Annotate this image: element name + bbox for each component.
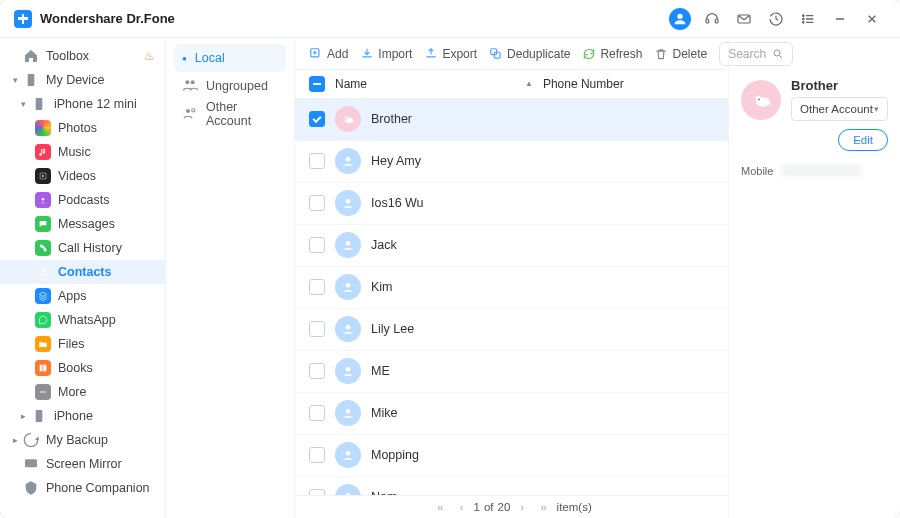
pager-prev[interactable]: ‹ xyxy=(454,501,470,513)
table-row[interactable]: Mopping xyxy=(295,435,728,477)
bullet-icon: ● xyxy=(182,54,187,63)
table-row[interactable]: Ios16 Wu xyxy=(295,183,728,225)
sidebar-item-music[interactable]: Music xyxy=(0,140,165,164)
select-all-checkbox[interactable] xyxy=(309,76,325,92)
sidebar-item-books[interactable]: Books xyxy=(0,356,165,380)
detail-mobile-label: Mobile xyxy=(741,165,773,177)
category-item-local[interactable]: ● Local xyxy=(174,44,286,72)
svg-point-44 xyxy=(756,95,761,100)
svg-point-36 xyxy=(346,241,351,246)
pager-next[interactable]: › xyxy=(514,501,530,513)
avatar-icon xyxy=(335,442,361,468)
sidebar-item-label: Music xyxy=(58,140,91,164)
sidebar-item-whatsapp[interactable]: WhatsApp xyxy=(0,308,165,332)
row-name: Brother xyxy=(371,112,525,126)
avatar-icon xyxy=(335,148,361,174)
sidebar-item-my-device[interactable]: ▾ My Device xyxy=(0,68,165,92)
sidebar-item-label: Toolbox xyxy=(46,44,89,68)
deduplicate-button[interactable]: Deduplicate xyxy=(485,42,574,66)
table-row[interactable]: Jack xyxy=(295,225,728,267)
sidebar-item-call-history[interactable]: Call History xyxy=(0,236,165,260)
minimize-icon xyxy=(832,11,848,27)
sidebar-item-files[interactable]: Files xyxy=(0,332,165,356)
row-checkbox[interactable] xyxy=(309,195,325,211)
svg-point-5 xyxy=(803,18,804,19)
sidebar-item-screen-mirror[interactable]: Screen Mirror xyxy=(0,452,165,476)
pager-last[interactable]: » xyxy=(534,501,552,513)
column-header-name[interactable]: Name xyxy=(335,77,367,91)
sidebar-item-label: My Device xyxy=(46,68,104,92)
detail-mobile-field: Mobile xyxy=(741,165,888,177)
sidebar-item-my-backup[interactable]: ▸ My Backup xyxy=(0,428,165,452)
row-checkbox[interactable] xyxy=(309,447,325,463)
toolbar-label: Export xyxy=(442,47,477,61)
svg-point-32 xyxy=(345,116,348,119)
sidebar-item-videos[interactable]: Videos xyxy=(0,164,165,188)
messages-icon xyxy=(34,215,52,233)
minimize-button[interactable] xyxy=(826,5,854,33)
svg-point-23 xyxy=(191,80,195,84)
support-button[interactable] xyxy=(698,5,726,33)
sidebar-item-phone-companion[interactable]: Phone Companion xyxy=(0,476,165,500)
sidebar-item-apps[interactable]: Apps xyxy=(0,284,165,308)
sidebar-item-label: Videos xyxy=(58,164,96,188)
svg-point-41 xyxy=(346,451,351,456)
category-item-other-account[interactable]: Other Account xyxy=(174,100,286,128)
sidebar-item-messages[interactable]: Messages xyxy=(0,212,165,236)
sidebar-item-podcasts[interactable]: Podcasts xyxy=(0,188,165,212)
table-row[interactable]: Nom xyxy=(295,477,728,496)
sidebar-item-toolbox[interactable]: Toolbox ♨ xyxy=(0,44,165,68)
detail-avatar xyxy=(741,80,781,120)
avatar-icon xyxy=(335,190,361,216)
delete-button[interactable]: Delete xyxy=(650,42,711,66)
row-checkbox[interactable] xyxy=(309,321,325,337)
table-row[interactable]: Lily Lee xyxy=(295,309,728,351)
sidebar-item-label: Messages xyxy=(58,212,115,236)
category-item-ungrouped[interactable]: Ungrouped xyxy=(174,72,286,100)
close-button[interactable] xyxy=(858,5,886,33)
redacted-value xyxy=(781,165,861,177)
sidebar-item-more[interactable]: More xyxy=(0,380,165,404)
podcasts-icon xyxy=(34,191,52,209)
sidebar-item-iphone[interactable]: ▸ iPhone xyxy=(0,404,165,428)
table-row[interactable]: Kim xyxy=(295,267,728,309)
avatar-icon xyxy=(335,484,361,495)
table-row[interactable]: ME xyxy=(295,351,728,393)
table-row[interactable]: Hey Amy xyxy=(295,141,728,183)
column-header-phone[interactable]: Phone Number xyxy=(543,77,718,91)
avatar-icon xyxy=(335,274,361,300)
import-button[interactable]: Import xyxy=(356,42,416,66)
deduplicate-icon xyxy=(489,47,503,61)
edit-button[interactable]: Edit xyxy=(838,129,888,151)
pager-first[interactable]: « xyxy=(431,501,449,513)
refresh-button[interactable]: Refresh xyxy=(578,42,646,66)
sort-caret-icon[interactable]: ▲ xyxy=(525,79,533,88)
sidebar-item-contacts[interactable]: Contacts xyxy=(0,260,165,284)
detail-account-select[interactable]: Other Account ▾ xyxy=(791,97,888,121)
row-checkbox[interactable] xyxy=(309,237,325,253)
sidebar-item-label: iPhone 12 mini xyxy=(54,92,137,116)
history-button[interactable] xyxy=(762,5,790,33)
sidebar-item-photos[interactable]: Photos xyxy=(0,116,165,140)
flame-icon: ♨ xyxy=(144,44,155,68)
row-checkbox[interactable] xyxy=(309,279,325,295)
add-button[interactable]: Add xyxy=(305,42,352,66)
mail-button[interactable] xyxy=(730,5,758,33)
row-checkbox[interactable] xyxy=(309,111,325,127)
app-logo-icon xyxy=(14,10,32,28)
menu-button[interactable] xyxy=(794,5,822,33)
table-row[interactable]: Brother xyxy=(295,99,728,141)
row-checkbox[interactable] xyxy=(309,153,325,169)
avatar-icon xyxy=(335,106,361,132)
sidebar-item-label: WhatsApp xyxy=(58,308,116,332)
table-row[interactable]: Mike xyxy=(295,393,728,435)
row-checkbox[interactable] xyxy=(309,363,325,379)
row-checkbox[interactable] xyxy=(309,405,325,421)
row-name: ME xyxy=(371,364,525,378)
svg-point-15 xyxy=(42,198,45,201)
account-button[interactable] xyxy=(666,5,694,33)
export-button[interactable]: Export xyxy=(420,42,481,66)
sidebar-item-device-name[interactable]: ▾ iPhone 12 mini xyxy=(0,92,165,116)
sidebar-item-label: Phone Companion xyxy=(46,476,150,500)
mail-icon xyxy=(736,11,752,27)
